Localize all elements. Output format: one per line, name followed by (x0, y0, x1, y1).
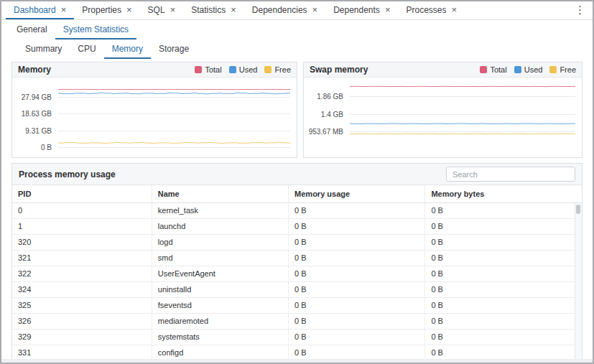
tab-dependencies[interactable]: Dependencies× (244, 1, 325, 19)
tab-close-icon[interactable]: × (452, 5, 458, 14)
main-tab-bar: Dashboard×Properties×SQL×Statistics×Depe… (1, 1, 593, 20)
table-row[interactable]: 322UserEventAgent0 B0 B (12, 266, 582, 282)
y-tick-label: 9.31 GB (25, 126, 52, 134)
table-cell: 324 (12, 282, 152, 298)
table-cell: 0 B (289, 235, 425, 251)
table-row[interactable]: 1launchd0 B0 B (12, 219, 582, 235)
tab-label: Summary (25, 44, 62, 54)
process-memory-header: Process memory usage (12, 164, 582, 185)
table-cell: 329 (12, 330, 152, 345)
table-cell: 0 B (425, 314, 582, 330)
column-header-name[interactable]: Name (152, 185, 288, 203)
tab-label: Dependencies (252, 5, 307, 15)
tab-dependents[interactable]: Dependents× (325, 1, 398, 19)
table-cell: 0 B (289, 219, 425, 235)
table-cell: smd (152, 251, 288, 266)
table-row[interactable]: 0kernel_task0 B0 B (12, 203, 582, 219)
table-cell: 320 (12, 235, 152, 251)
column-header-memory-usage[interactable]: Memory usage (289, 185, 425, 203)
legend-label: Used (524, 65, 543, 74)
table-header-row: PIDNameMemory usageMemory bytes (12, 185, 582, 203)
table-row[interactable]: 326mediaremoted0 B0 B (12, 314, 582, 330)
table-cell: 0 B (289, 330, 425, 345)
tab-close-icon[interactable]: × (385, 5, 391, 14)
table-row[interactable]: 325fseventsd0 B0 B (12, 298, 582, 314)
total-swatch-icon (480, 66, 487, 73)
tab-storage[interactable]: Storage (151, 39, 197, 59)
legend-label: Used (239, 65, 258, 74)
tab-processes[interactable]: Processes× (398, 1, 465, 19)
table-scrollbar-thumb[interactable] (576, 205, 580, 214)
tab-close-icon[interactable]: × (61, 5, 67, 14)
tab-cpu[interactable]: CPU (70, 39, 103, 59)
table-cell: 1 (12, 219, 152, 235)
tab-system-statistics[interactable]: System Statistics (55, 20, 136, 39)
column-header-pid[interactable]: PID (12, 185, 152, 203)
used-swatch-icon (514, 66, 521, 73)
tab-close-icon[interactable]: × (126, 5, 132, 14)
table-cell: 0 B (289, 314, 425, 330)
tab-summary[interactable]: Summary (17, 39, 70, 59)
table-cell: 0 B (425, 298, 582, 314)
used-swatch-icon (229, 66, 236, 73)
charts-row: Memory TotalUsedFree 27.94 GB18.63 GB9.3… (1, 59, 593, 162)
tab-close-icon[interactable]: × (312, 5, 318, 14)
tab-label: SQL (148, 5, 165, 15)
table-scrollbar[interactable] (575, 203, 582, 361)
table-cell: 322 (12, 266, 152, 282)
tab-label: Processes (406, 5, 446, 15)
table-cell: 0 B (425, 235, 582, 251)
table-cell: uninstalld (152, 282, 288, 298)
tab-sql[interactable]: SQL× (140, 1, 184, 19)
memory-chart-title: Memory (18, 65, 51, 75)
dashboard-tab-bar: GeneralSystem Statistics (1, 20, 593, 39)
table-row[interactable]: 329systemstats0 B0 B (12, 330, 582, 345)
table-cell: 326 (12, 314, 152, 330)
tab-memory[interactable]: Memory (104, 39, 151, 59)
y-tick-label: 1.4 GB (321, 110, 343, 118)
tab-close-icon[interactable]: × (170, 5, 176, 14)
swap-memory-chart-panel: Swap memory TotalUsedFree 1.86 GB1.4 GB9… (303, 62, 583, 158)
tab-label: Properties (82, 5, 121, 15)
table-row[interactable]: 321smd0 B0 B (12, 251, 582, 266)
legend-item-total: Total (195, 65, 221, 74)
table-cell: 325 (12, 298, 152, 314)
tab-label: CPU (78, 44, 96, 54)
legend-item-used: Used (229, 65, 258, 74)
swap-memory-chart-title: Swap memory (310, 65, 368, 75)
system-statistics-tab-bar: SummaryCPUMemoryStorage (1, 39, 593, 59)
chart-lines (58, 83, 290, 147)
table-row[interactable]: 324uninstalld0 B0 B (12, 282, 582, 298)
overflow-menu-icon[interactable]: ⋮ (572, 4, 588, 17)
y-tick-label: 0 B (41, 144, 52, 151)
total-swatch-icon (195, 66, 202, 73)
window-bottom-strip (1, 359, 593, 363)
tab-label: Statistics (191, 5, 226, 15)
table-cell: 321 (12, 251, 152, 266)
tab-general[interactable]: General (9, 20, 55, 39)
legend-item-used: Used (514, 65, 543, 74)
tab-properties[interactable]: Properties× (74, 1, 139, 19)
memory-chart-legend: TotalUsedFree (195, 65, 291, 74)
memory-chart: 27.94 GB18.63 GB9.31 GB0 B (12, 83, 292, 154)
tab-statistics[interactable]: Statistics× (183, 1, 244, 19)
legend-item-free: Free (549, 65, 576, 74)
table-cell: 0 B (289, 266, 425, 282)
table-cell: 0 (12, 203, 152, 219)
table-cell: 0 B (289, 298, 425, 314)
table-cell: 0 B (425, 203, 582, 219)
gridline (58, 147, 290, 148)
table-cell: 0 B (289, 251, 425, 266)
table-cell: 0 B (289, 203, 425, 219)
table-cell: launchd (152, 219, 288, 235)
tab-label: Memory (112, 44, 143, 54)
tab-close-icon[interactable]: × (231, 5, 236, 14)
column-header-memory-bytes[interactable]: Memory bytes (425, 185, 582, 203)
table-cell: kernel_task (152, 203, 288, 219)
table-row[interactable]: 320logd0 B0 B (12, 235, 582, 251)
tab-label: Dashboard (14, 5, 56, 15)
main-tabs: Dashboard×Properties×SQL×Statistics×Depe… (6, 1, 465, 19)
tab-dashboard[interactable]: Dashboard× (6, 1, 74, 19)
search-input[interactable] (446, 167, 575, 182)
used-line (350, 123, 575, 124)
